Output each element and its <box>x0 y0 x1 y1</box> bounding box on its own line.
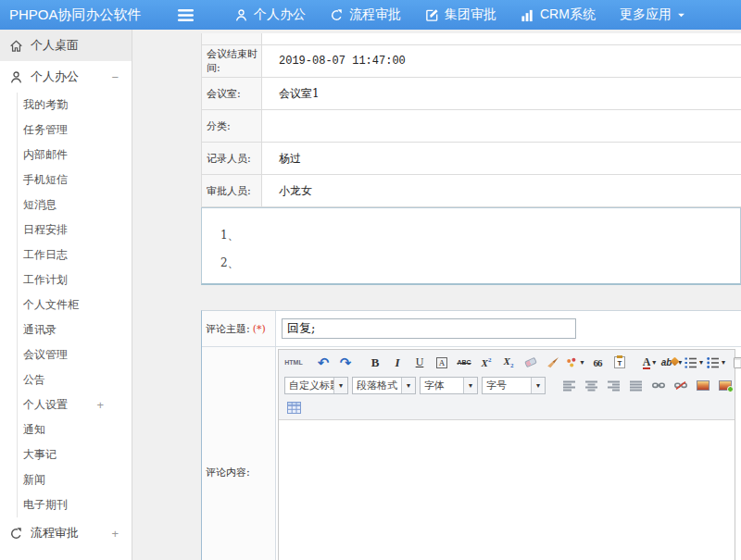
ed-link-button[interactable] <box>648 377 669 395</box>
sidebar-item-my-attendance[interactable]: 我的考勤 <box>18 93 132 118</box>
sidebar-item-label: 工作日志 <box>23 247 68 263</box>
ed-image-upload-button[interactable] <box>715 377 735 395</box>
ed-align-right-button[interactable] <box>604 377 624 395</box>
sidebar-item-label: 日程安排 <box>23 222 68 238</box>
sidebar-item-work-plan[interactable]: 工作计划 <box>18 268 132 292</box>
nav-crm-system[interactable]: CRM系统 <box>509 0 608 30</box>
sidebar-item-personal-office[interactable]: 个人办公− <box>0 61 132 93</box>
rich-text-editor: HTML↶↷BIUAABCX2X2▾66TA▾ab▾▾▾ 自定义标题▾段落格式▾… <box>278 349 735 560</box>
sidebar-item-meeting-manage[interactable]: 会议管理 <box>18 342 132 367</box>
ed-highlight-pen-button[interactable]: ab▾ <box>661 354 682 372</box>
sidebar-item-memorabilia[interactable]: 大事记 <box>18 442 132 467</box>
nav-group-approval[interactable]: 集团审批 <box>413 0 509 30</box>
bold-icon: B <box>371 355 380 370</box>
home-icon <box>9 39 23 53</box>
ed-paste-from-word-button[interactable]: T <box>609 354 630 372</box>
sidebar-item-internal-mail[interactable]: 内部邮件 <box>18 143 132 168</box>
ed-format-brush-button[interactable] <box>543 354 563 372</box>
sidebar-item-news[interactable]: 新闻 <box>18 467 132 492</box>
strikethrough-icon: ABC <box>457 359 471 366</box>
image-upload-icon <box>719 380 732 391</box>
field-label: 分类: <box>202 110 262 142</box>
ed-align-justify-button[interactable] <box>626 377 647 395</box>
comment-subject-input[interactable] <box>282 318 576 339</box>
table-row: 审批人员:小龙女 <box>202 175 741 207</box>
sidebar-item-label: 会议管理 <box>23 347 68 363</box>
ed-underline-button[interactable]: U <box>409 354 430 372</box>
field-value: 杨过 <box>262 143 741 174</box>
sidebar-item-notice[interactable]: 通知 <box>18 417 132 442</box>
sidebar-item-workflow-approval[interactable]: 流程审批+ <box>0 517 132 549</box>
sidebar-item-personal-settings[interactable]: 个人设置+ <box>18 392 132 417</box>
ed-font-frame-button[interactable]: A <box>432 354 452 372</box>
subscript-icon: X2 <box>504 355 514 369</box>
sidebar-item-short-message[interactable]: 短消息 <box>18 193 132 218</box>
ed-heading-select[interactable]: 自定义标题▾ <box>284 377 348 394</box>
ed-eraser-button[interactable] <box>521 354 541 372</box>
eraser-icon <box>525 359 536 366</box>
sidebar: 个人桌面个人办公−我的考勤任务管理内部邮件手机短信短消息日程安排工作日志工作计划… <box>0 30 132 560</box>
expand-icon[interactable]: + <box>96 398 104 412</box>
sidebar-item-personal-desktop[interactable]: 个人桌面 <box>0 30 132 61</box>
sidebar-item-announcement[interactable]: 公告 <box>18 367 132 392</box>
sidebar-item-work-log[interactable]: 工作日志 <box>18 243 132 268</box>
ed-font-size-select[interactable]: 字号▾ <box>482 377 546 394</box>
ed-subscript-button[interactable]: X2 <box>498 354 519 372</box>
ed-strikethrough-button[interactable]: ABC <box>454 354 474 372</box>
sidebar-item-task-manage[interactable]: 任务管理 <box>18 118 132 143</box>
ed-paragraph-select[interactable]: 段落格式▾ <box>352 377 416 394</box>
undo-icon: ↶ <box>318 355 330 369</box>
ed-redo-button[interactable]: ↷ <box>335 354 356 372</box>
field-label: 审批人员: <box>202 175 262 206</box>
ed-font-color-button[interactable]: A▾ <box>639 354 659 372</box>
collapse-icon[interactable]: − <box>111 70 119 84</box>
ed-media-button[interactable] <box>737 377 741 395</box>
ed-image-button[interactable] <box>693 377 713 395</box>
ed-table-button[interactable] <box>283 399 304 417</box>
ed-ordered-list-button[interactable]: ▾ <box>684 354 704 372</box>
color-palette-icon <box>566 357 578 368</box>
ed-align-center-button[interactable] <box>582 377 602 395</box>
ed-font-family-select[interactable]: 字体▾ <box>420 377 478 394</box>
edit-icon <box>425 8 439 22</box>
ed-source-button[interactable]: HTML <box>283 354 304 372</box>
italic-icon: I <box>395 355 399 370</box>
workflow-icon <box>9 527 23 541</box>
align-right-icon <box>608 380 621 392</box>
select-value: 字体 <box>421 379 463 392</box>
unlink-icon <box>674 381 687 390</box>
ed-superscript-button[interactable]: X2 <box>476 354 496 372</box>
user-icon <box>9 70 23 84</box>
ed-unordered-list-button[interactable]: ▾ <box>706 354 726 372</box>
required-mark: (*) <box>253 323 266 335</box>
blockquote-icon: 66 <box>594 357 602 368</box>
sidebar-item-e-journal[interactable]: 电子期刊 <box>18 492 132 517</box>
sidebar-item-schedule[interactable]: 日程安排 <box>18 218 132 243</box>
ed-color-palette-button[interactable]: ▾ <box>565 354 585 372</box>
sidebar-item-file-cabinet[interactable]: 个人文件柜 <box>18 292 132 317</box>
nav-personal-office[interactable]: 个人办公 <box>222 0 318 30</box>
ed-align-left-button[interactable] <box>559 377 580 395</box>
expand-icon[interactable]: + <box>111 527 119 541</box>
comment-content-label: 评论内容: <box>206 467 250 479</box>
table-icon <box>287 402 301 414</box>
sidebar-item-contacts[interactable]: 通讯录 <box>18 317 132 342</box>
hamburger-menu-button[interactable] <box>178 9 195 21</box>
sidebar-item-mobile-sms[interactable]: 手机短信 <box>18 168 132 193</box>
ed-undo-button[interactable]: ↶ <box>313 354 333 372</box>
ed-blockquote-button[interactable]: 66 <box>587 354 608 372</box>
meeting-content-box: 1、2、 <box>201 207 741 285</box>
ed-bold-button[interactable]: B <box>365 354 385 372</box>
editor-toolbar-row1: HTML↶↷BIUAABCX2X2▾66TA▾ab▾▾▾ <box>281 351 733 374</box>
ed-unlink-button[interactable] <box>671 377 691 395</box>
caret-down-icon: ▾ <box>580 359 584 367</box>
ed-new-page-button[interactable] <box>728 354 741 372</box>
ed-italic-button[interactable]: I <box>387 354 408 372</box>
nav-more-apps[interactable]: 更多应用 <box>608 0 697 30</box>
editor-content[interactable] <box>279 420 735 560</box>
nav-workflow-approval[interactable]: 流程审批 <box>318 0 413 30</box>
nav-label: CRM系统 <box>540 6 596 23</box>
user-icon <box>234 8 248 22</box>
caret-down-icon: ▾ <box>401 378 415 393</box>
sidebar-item-label: 流程审批 <box>31 525 79 541</box>
